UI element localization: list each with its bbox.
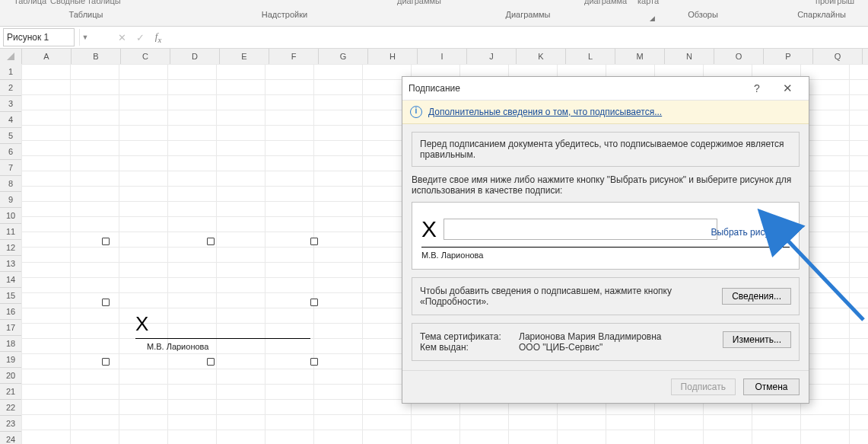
signature-underline [135, 338, 310, 339]
info-icon: i [410, 106, 422, 118]
instruction-text: Введите свое имя ниже либо нажмите кнопк… [412, 174, 800, 196]
row-header[interactable]: 3 [0, 96, 21, 112]
col-header[interactable]: I [418, 49, 467, 64]
signer-name-label: М.В. Ларионова [421, 251, 790, 260]
col-header[interactable]: H [368, 49, 418, 64]
row-header[interactable]: 16 [0, 304, 21, 320]
name-box[interactable] [3, 28, 75, 46]
row-header[interactable]: 17 [0, 320, 21, 336]
col-header[interactable]: G [319, 49, 368, 64]
more-info-link[interactable]: Дополнительные сведения о том, что подпи… [428, 107, 662, 117]
signature-line-object[interactable]: X М.В. Ларионова [105, 241, 315, 363]
row-header[interactable]: 10 [0, 208, 21, 224]
resize-handle[interactable] [310, 358, 318, 366]
dialog-titlebar[interactable]: Подписание ? ✕ [402, 77, 809, 101]
resize-handle[interactable] [207, 358, 215, 366]
row-header[interactable]: 2 [0, 80, 21, 96]
cancel-formula-icon[interactable]: ✕ [115, 32, 129, 43]
col-header[interactable]: K [517, 49, 566, 64]
ribbon-group-charts: Диаграммы◢ [397, 8, 659, 26]
signature-name-input[interactable] [444, 219, 717, 240]
resize-handle[interactable] [310, 299, 318, 306]
row-header[interactable]: 23 [0, 416, 21, 432]
signature-underline [421, 247, 790, 248]
dialog-title: Подписание [409, 83, 742, 94]
row-header[interactable]: 9 [0, 192, 21, 208]
resize-handle[interactable] [207, 238, 215, 245]
fx-icon[interactable]: fx [151, 30, 165, 44]
close-icon[interactable]: ✕ [772, 81, 803, 95]
row-header[interactable]: 21 [0, 384, 21, 400]
row-header[interactable]: 4 [0, 112, 21, 128]
signature-input-box: X Выбрать рисунок... М.В. Ларионова [412, 202, 800, 270]
sign-dialog: Подписание ? ✕ i Дополнительные сведения… [402, 76, 809, 404]
row-header[interactable]: 8 [0, 176, 21, 192]
details-panel: Чтобы добавить сведения о подписавшем, н… [412, 277, 800, 315]
row-header[interactable]: 15 [0, 288, 21, 304]
col-header[interactable]: E [220, 49, 269, 64]
col-header[interactable]: A [22, 49, 72, 64]
col-header[interactable]: M [615, 49, 665, 64]
col-header[interactable]: C [121, 49, 170, 64]
ribbon-group-tours: Обзоры [659, 8, 747, 26]
col-header[interactable]: O [714, 49, 764, 64]
formula-bar: ▼ ✕ ✓ fx [0, 27, 868, 49]
warning-text: Перед подписанием документа убедитесь, ч… [412, 132, 800, 167]
ribbon-groups: Таблицы Надстройки Диаграммы◢ Обзоры Спа… [0, 8, 868, 27]
details-text: Чтобы добавить сведения о подписавшем, н… [420, 286, 716, 307]
ribbon-upper-fragment: Таблица Сводные таблицы диаграммы диагра… [0, 0, 868, 8]
ribbon-group-tables: Таблицы [0, 8, 172, 26]
cert-topic-label: Тема сертификата: [420, 331, 519, 342]
cert-issuer-label: Кем выдан: [420, 342, 519, 353]
sign-button[interactable]: Подписать [671, 379, 736, 395]
col-header[interactable]: D [170, 49, 220, 64]
col-header[interactable]: F [269, 49, 319, 64]
col-header[interactable]: L [566, 49, 615, 64]
dialog-buttons: Подписать Отмена [402, 370, 809, 403]
row-headers: 1 2 3 4 5 6 7 8 9 10 11 12 13 14 15 16 1… [0, 64, 22, 444]
col-header[interactable]: N [665, 49, 714, 64]
change-cert-button[interactable]: Изменить... [723, 331, 791, 348]
select-all-corner[interactable] [0, 49, 22, 64]
row-header[interactable]: 12 [0, 240, 21, 256]
enter-formula-icon[interactable]: ✓ [133, 32, 147, 43]
resize-handle[interactable] [310, 238, 318, 245]
row-header[interactable]: 22 [0, 400, 21, 416]
column-headers: A B C D E F G H I J K L M N O P Q [0, 49, 868, 65]
col-header[interactable]: B [72, 49, 121, 64]
ribbon-group-addins: Надстройки [172, 8, 397, 26]
col-header[interactable]: Q [813, 49, 863, 64]
cert-topic-value: Ларионова Мария Владимировна [519, 331, 723, 342]
row-header[interactable]: 20 [0, 368, 21, 384]
signature-x: X [135, 312, 148, 336]
name-box-dropdown-icon[interactable]: ▼ [79, 29, 91, 46]
row-header[interactable]: 6 [0, 144, 21, 160]
row-header[interactable]: 14 [0, 272, 21, 288]
signature-name: М.В. Ларионова [147, 342, 208, 351]
row-header[interactable]: 13 [0, 256, 21, 272]
resize-handle[interactable] [102, 299, 110, 306]
signature-x-label: X [421, 216, 437, 242]
col-header[interactable]: P [764, 49, 813, 64]
row-header[interactable]: 1 [0, 64, 21, 80]
formula-input[interactable] [170, 30, 865, 45]
row-header[interactable]: 5 [0, 128, 21, 144]
ribbon-group-sparklines: Спарклайны [747, 8, 868, 26]
certificate-panel: Тема сертификата: Кем выдан: Ларионова М… [412, 323, 800, 361]
row-header[interactable]: 19 [0, 352, 21, 368]
dialog-launcher-icon[interactable]: ◢ [647, 14, 657, 24]
row-header[interactable]: 24 [0, 432, 21, 444]
row-header[interactable]: 18 [0, 336, 21, 352]
col-header[interactable]: J [467, 49, 517, 64]
row-header[interactable]: 11 [0, 224, 21, 240]
help-icon[interactable]: ? [742, 82, 772, 94]
details-button[interactable]: Сведения... [722, 288, 791, 305]
resize-handle[interactable] [102, 358, 110, 366]
cert-issuer-value: ООО "ЦИБ-Сервис" [519, 342, 723, 353]
resize-handle[interactable] [102, 238, 110, 245]
info-bar: i Дополнительные сведения о том, что под… [402, 101, 809, 124]
row-header[interactable]: 7 [0, 160, 21, 176]
cancel-button[interactable]: Отмена [743, 379, 800, 395]
choose-picture-link[interactable]: Выбрать рисунок... [711, 227, 791, 238]
